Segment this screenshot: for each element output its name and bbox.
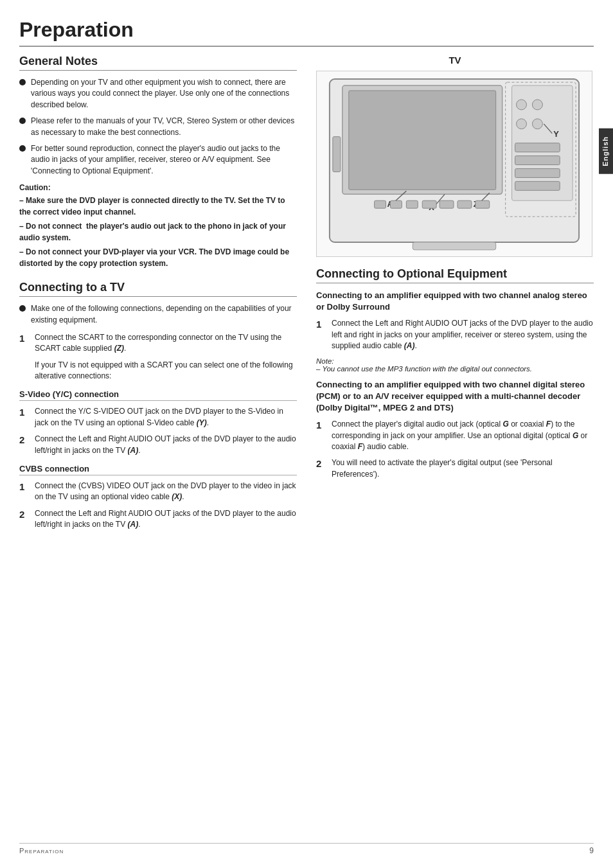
svg-point-22 [517, 119, 527, 129]
opt-heading-area: Connecting to Optional Equipment [316, 267, 594, 283]
note-title: Note: [316, 357, 334, 365]
bullet-text: Please refer to the manuals of your TV, … [31, 116, 297, 138]
note-line: – You cannot use the MP3 function with t… [316, 365, 532, 373]
bullet-icon [19, 305, 26, 312]
cvbs-heading: CVBS connection [19, 464, 297, 475]
step-number: 2 [316, 457, 328, 471]
step-text: You will need to activate the player's d… [332, 457, 594, 480]
svg-rect-16 [422, 200, 436, 208]
digital-step2: 2 You will need to activate the player's… [316, 457, 594, 480]
svideo-step2: 2 Connect the Left and Right AUDIO OUT j… [19, 434, 297, 456]
analog-step1: 1 Connect the Left and Right AUDIO OUT j… [316, 318, 594, 351]
general-notes-bullets: Depending on your TV and other equipment… [19, 77, 297, 177]
step-number: 1 [19, 480, 31, 494]
caution-text: – Make sure the DVD player is connected … [19, 195, 297, 269]
connecting-tv-heading: Connecting to a TV [19, 281, 297, 297]
diagram-area: TV A [316, 55, 594, 257]
caution-line: – Make sure the DVD player is connected … [19, 195, 297, 218]
step-text: Connect the Left and Right AUDIO OUT jac… [35, 434, 297, 456]
analog-heading: Connecting to an amplifier equipped with… [316, 290, 594, 313]
svg-rect-14 [390, 200, 402, 208]
digital-step1: 1 Connect the player's digital audio out… [316, 419, 594, 452]
svg-rect-24 [515, 143, 560, 152]
svg-rect-12 [333, 137, 341, 172]
step-text: Connect the Left and Right AUDIO OUT jac… [332, 318, 594, 351]
step-text: Connect the (CVBS) VIDEO OUT jack on the… [35, 481, 297, 503]
right-column: TV A [310, 49, 594, 536]
svg-text:Y: Y [553, 129, 559, 139]
bullet-icon [19, 145, 26, 152]
side-tab: English [599, 128, 613, 174]
list-item: For better sound reproduction, connect t… [19, 143, 297, 177]
svg-rect-13 [375, 200, 386, 208]
step-1: 1 Connect the SCART to the corresponding… [19, 332, 297, 355]
tv-svg: A X Z Y [317, 71, 592, 256]
svg-rect-26 [515, 168, 560, 177]
step-number: 1 [316, 317, 328, 332]
svg-rect-2 [349, 91, 496, 190]
list-item: Depending on your TV and other equipment… [19, 77, 297, 111]
svideo-step1: 1 Connect the Y/C S-VIDEO OUT jack on th… [19, 406, 297, 429]
opt-heading: Connecting to Optional Equipment [316, 267, 594, 283]
svg-rect-27 [515, 181, 560, 190]
bullet-icon [19, 79, 26, 85]
svideo-heading: S-Video (Y/C) connection [19, 389, 297, 401]
svg-point-21 [532, 100, 542, 110]
tv-diagram: A X Z Y [316, 71, 592, 257]
list-item: Make one of the following connections, d… [19, 303, 297, 326]
note-block: Note: – You cannot use the MP3 function … [316, 357, 594, 373]
step-number: 1 [316, 418, 328, 432]
page-title: Preparation [19, 18, 594, 47]
page: English Preparation General Notes Depend… [0, 0, 613, 868]
svg-rect-17 [440, 200, 454, 208]
step-number: 2 [19, 508, 31, 522]
caution-title: Caution: [19, 183, 297, 192]
footer-page-number: 9 [589, 846, 594, 855]
step-text: Connect the Y/C S-VIDEO OUT jack on the … [35, 406, 297, 429]
list-item: Please refer to the manuals of your TV, … [19, 116, 297, 138]
svg-rect-18 [458, 200, 472, 208]
bullet-text: Make one of the following connections, d… [31, 303, 297, 326]
step-1-note: If your TV is not equipped with a SCART … [35, 360, 297, 382]
caution-block: Caution: – Make sure the DVD player is c… [19, 183, 297, 269]
step-number: 2 [19, 433, 31, 447]
bullet-icon [19, 118, 26, 124]
step-text: Connect the Left and Right AUDIO OUT jac… [35, 508, 297, 531]
caution-line: – Do not connect your DVD-player via you… [19, 246, 297, 269]
cvbs-step1: 1 Connect the (CVBS) VIDEO OUT jack on t… [19, 481, 297, 503]
general-notes-heading: General Notes [19, 55, 297, 71]
step-number: 1 [19, 332, 31, 346]
step-text: Connect the SCART to the corresponding c… [35, 332, 297, 355]
left-column: General Notes Depending on your TV and o… [19, 49, 310, 536]
cvbs-step2: 2 Connect the Left and Right AUDIO OUT j… [19, 508, 297, 531]
caution-line: – Do not connect the player's audio out … [19, 220, 297, 244]
svg-point-20 [517, 100, 527, 110]
svg-rect-19 [475, 200, 490, 208]
svg-point-23 [532, 119, 542, 129]
page-footer: Preparation 9 [19, 843, 594, 855]
svg-rect-25 [515, 156, 560, 165]
svg-rect-15 [406, 200, 418, 208]
footer-left-label: Preparation [19, 847, 64, 855]
bullet-text: Depending on your TV and other equipment… [31, 77, 297, 111]
tv-label: TV [316, 55, 594, 66]
svg-rect-28 [413, 242, 495, 250]
step-number: 1 [19, 405, 31, 420]
digital-heading: Connecting to an amplifier equipped with… [316, 379, 594, 414]
bullet-text: For better sound reproduction, connect t… [31, 143, 297, 177]
step-text: Connect the player's digital audio out j… [332, 419, 594, 452]
connecting-tv-bullets: Make one of the following connections, d… [19, 303, 297, 326]
